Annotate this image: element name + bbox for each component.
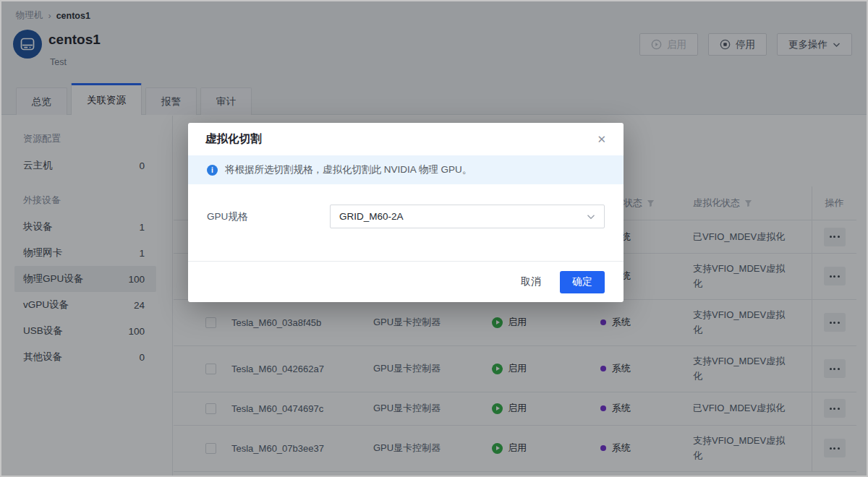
confirm-button[interactable]: 确定	[560, 271, 605, 293]
modal-footer: 取消 确定	[188, 261, 624, 302]
physical-machine-detail-page: 物理机 › centos1 centos1 Test 启用	[0, 0, 868, 477]
modal-header: 虚拟化切割 ✕	[188, 123, 624, 155]
modal-body: GPU规格 GRID_M60-2A	[188, 184, 624, 261]
virtualization-split-modal: 虚拟化切割 ✕ i 将根据所选切割规格，虚拟化切割此 NVIDIA 物理 GPU…	[188, 123, 624, 302]
cancel-button[interactable]: 取消	[521, 275, 541, 288]
gpu-spec-select[interactable]: GRID_M60-2A	[330, 205, 605, 228]
info-icon: i	[207, 165, 218, 176]
info-banner: i 将根据所选切割规格，虚拟化切割此 NVIDIA 物理 GPU。	[188, 155, 624, 184]
modal-title: 虚拟化切割	[205, 132, 262, 147]
info-banner-text: 将根据所选切割规格，虚拟化切割此 NVIDIA 物理 GPU。	[225, 163, 472, 176]
chevron-down-icon	[587, 214, 595, 220]
gpu-spec-label: GPU规格	[207, 210, 330, 223]
gpu-spec-selected-value: GRID_M60-2A	[339, 211, 404, 222]
close-icon[interactable]: ✕	[597, 134, 606, 145]
